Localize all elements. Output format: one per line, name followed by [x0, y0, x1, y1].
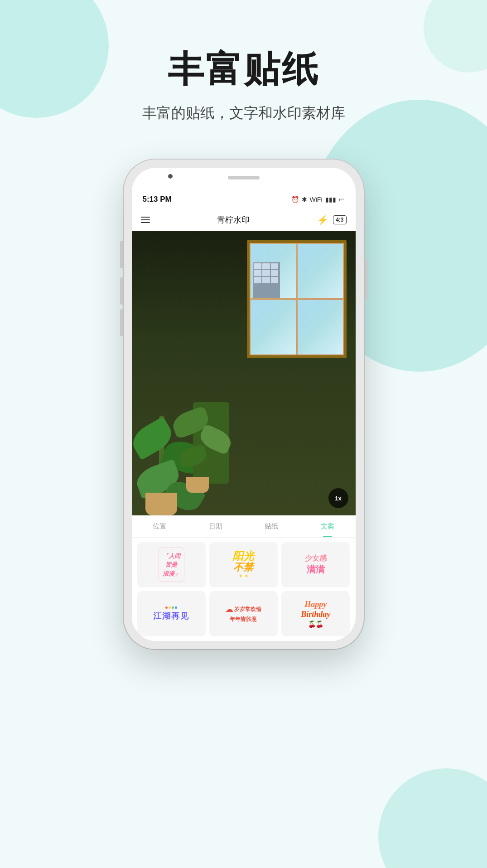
- tab-bar: 位置 日期 贴纸 文案: [132, 516, 356, 538]
- bottom-panel: 位置 日期 贴纸 文案: [132, 515, 356, 641]
- phone-mockup: 5:13 PM ⏰ ✱ WiFi ▮▮▮ ▭: [124, 160, 364, 649]
- building-cell: [271, 270, 279, 276]
- window-pane-3: [251, 300, 296, 354]
- sticker-text-1: 「人间皆是浪漫」: [159, 548, 184, 582]
- status-time: 5:13 PM: [143, 195, 172, 204]
- building-cell: [262, 277, 270, 283]
- sticker-text-5: ☁ 岁岁常欢愉 年年皆胜意: [226, 604, 261, 624]
- page-content: 丰富贴纸 丰富的贴纸，文字和水印素材库 5:13 PM ⏰ ✱ WiFi ▮▮▮: [0, 0, 487, 649]
- sticker-text-6: Happy Birthday 🍒🍒: [301, 600, 330, 627]
- phone-screen: 5:13 PM ⏰ ✱ WiFi ▮▮▮ ▭: [132, 168, 356, 641]
- tab-date-label: 日期: [209, 522, 222, 531]
- building-cell: [271, 277, 279, 283]
- tab-sticker[interactable]: 贴纸: [244, 516, 300, 537]
- status-bar: 5:13 PM ⏰ ✱ WiFi ▮▮▮ ▭: [132, 190, 356, 209]
- window-pane-1: [251, 244, 296, 298]
- tab-text-label: 文案: [321, 522, 334, 531]
- building-cell: [254, 270, 262, 276]
- window-pane-2: [298, 244, 343, 298]
- menu-button[interactable]: [141, 217, 150, 223]
- sticker-item-6[interactable]: Happy Birthday 🍒🍒: [281, 591, 350, 636]
- sticker-item-2[interactable]: 阳光 不禁 ✦ ✦: [209, 542, 278, 587]
- sticker-item-3[interactable]: 少女感 满满: [281, 542, 350, 587]
- menu-line-1: [141, 217, 150, 218]
- window-panes: [250, 243, 344, 355]
- photo-background: [132, 231, 356, 515]
- sticker-text-3: 少女感 满满: [305, 554, 327, 576]
- extra-plant: [177, 402, 245, 493]
- menu-line-2: [141, 219, 150, 220]
- phone-speaker: [228, 176, 260, 179]
- alarm-icon: ⏰: [291, 196, 299, 203]
- app-header: 青柠水印 ⚡ 4:3: [132, 209, 356, 231]
- front-camera: [168, 174, 173, 179]
- header-right: ⚡ 4:3: [317, 214, 346, 225]
- tab-text[interactable]: 文案: [299, 516, 356, 537]
- signal-icon: ▮▮▮: [325, 196, 336, 203]
- tab-sticker-label: 贴纸: [265, 522, 278, 531]
- menu-line-3: [141, 222, 150, 223]
- status-icons: ⏰ ✱ WiFi ▮▮▮ ▭: [291, 196, 345, 203]
- tab-location[interactable]: 位置: [132, 516, 188, 537]
- phone-notch: [132, 168, 356, 190]
- building-cell: [254, 263, 262, 269]
- sticker-grid: 「人间皆是浪漫」 阳光 不禁 ✦ ✦: [132, 538, 356, 641]
- tab-location-label: 位置: [153, 522, 166, 531]
- sticker-item-5[interactable]: ☁ 岁岁常欢愉 年年皆胜意: [209, 591, 278, 636]
- building: [253, 262, 280, 298]
- window-frame: [247, 240, 347, 358]
- bluetooth-icon: ✱: [302, 196, 307, 203]
- bg-blob-bottom-right: [378, 768, 487, 868]
- app-title: 青柠水印: [217, 214, 250, 225]
- sticker-text-4: 江湖再见: [153, 606, 189, 621]
- window-pane-4: [298, 300, 343, 354]
- page-subtitle: 丰富的贴纸，文字和水印素材库: [142, 103, 345, 123]
- tab-date[interactable]: 日期: [188, 516, 244, 537]
- sticker-item-1[interactable]: 「人间皆是浪漫」: [137, 542, 206, 587]
- zoom-badge[interactable]: 1x: [328, 488, 348, 508]
- sticker-text-2: 阳光 不禁 ✦ ✦: [232, 550, 254, 580]
- building-cell: [271, 263, 279, 269]
- page-title: 丰富贴纸: [168, 45, 320, 94]
- building-cell: [262, 263, 270, 269]
- lightning-icon[interactable]: ⚡: [317, 214, 328, 225]
- ratio-badge[interactable]: 4:3: [333, 215, 346, 224]
- wifi-icon: WiFi: [310, 196, 323, 203]
- photo-area: 1x: [132, 231, 356, 515]
- building-cell: [262, 270, 270, 276]
- sticker-item-4[interactable]: 江湖再见: [137, 591, 206, 636]
- battery-icon: ▭: [339, 196, 345, 203]
- building-cell: [254, 277, 262, 283]
- plant-pot: [145, 493, 177, 515]
- phone-body: 5:13 PM ⏰ ✱ WiFi ▮▮▮ ▭: [124, 160, 364, 649]
